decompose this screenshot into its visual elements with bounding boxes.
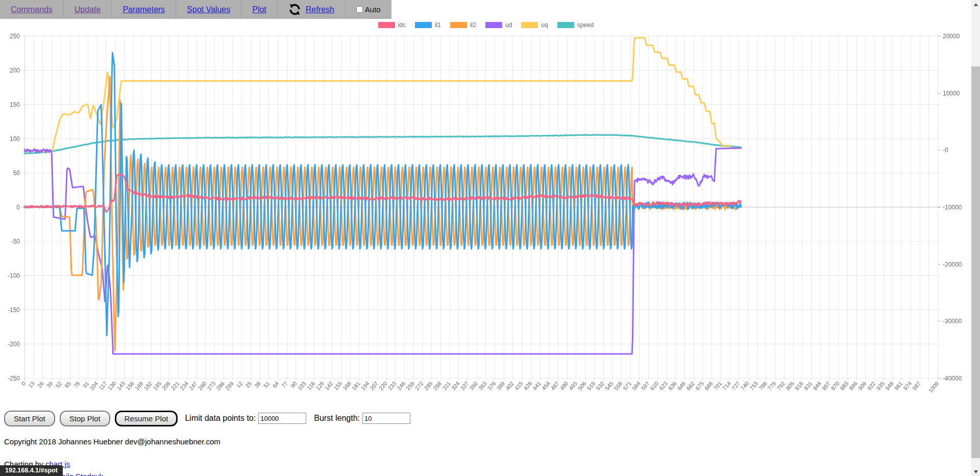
charting-by-line: Charting by chart.js <box>4 460 980 468</box>
legend-swatch-il2 <box>450 22 467 28</box>
nav-bar: Commands Update Parameters Spot Values P… <box>0 0 391 19</box>
legend-swatch-uq <box>521 22 538 28</box>
scrollbar-thumb[interactable] <box>971 66 980 458</box>
nav-item-auto: Auto <box>346 0 391 19</box>
burst-length-label: Burst length: <box>314 414 360 423</box>
legend-label-uq: uq <box>541 21 548 29</box>
status-url-tooltip: 192.168.4.1/#spot <box>0 465 63 476</box>
legend-item-il1[interactable]: il1 <box>415 21 441 29</box>
legend-label-idc: idc <box>398 21 406 29</box>
legend-label-il2: il2 <box>470 21 476 29</box>
legend-label-speed: speed <box>577 21 594 29</box>
nav-item-refresh[interactable]: Refresh <box>278 0 346 19</box>
legend-item-ud[interactable]: ud <box>485 21 512 29</box>
auto-checkbox[interactable] <box>356 6 363 13</box>
legend-swatch-il1 <box>415 22 432 28</box>
chart-container: idcil1il2uduqspeed <box>4 19 968 403</box>
nav-item-commands[interactable]: Commands <box>0 0 64 19</box>
auto-label: Auto <box>365 5 381 14</box>
nav-link-spot-values[interactable]: Spot Values <box>187 5 230 14</box>
nav-link-commands[interactable]: Commands <box>11 5 53 14</box>
legend-swatch-idc <box>378 22 395 28</box>
legend-item-speed[interactable]: speed <box>557 21 594 29</box>
scroll-down-arrow-icon[interactable] <box>971 467 980 476</box>
refresh-icon[interactable] <box>288 3 301 16</box>
resume-plot-button[interactable]: Resume Plot <box>115 411 178 426</box>
legend-label-ud: ud <box>505 21 512 29</box>
vertical-scrollbar[interactable] <box>971 0 980 476</box>
stop-plot-button[interactable]: Stop Plot <box>60 411 110 426</box>
nav-item-plot[interactable]: Plot <box>241 0 278 19</box>
legend-swatch-ud <box>485 22 502 28</box>
start-plot-button[interactable]: Start Plot <box>4 411 55 426</box>
limit-data-points-label: Limit data points to: <box>185 414 256 423</box>
legend-item-idc[interactable]: idc <box>378 21 406 29</box>
plot-canvas[interactable] <box>4 19 968 403</box>
refresh-link[interactable]: Refresh <box>306 5 334 14</box>
nav-item-update[interactable]: Update <box>64 0 112 19</box>
chart-legend: idcil1il2uduqspeed <box>4 21 968 29</box>
burst-length-input[interactable] <box>362 413 410 424</box>
copyright-text: Copyright 2018 Johannes Huebner dev@joha… <box>4 437 980 446</box>
nav-item-spot-values[interactable]: Spot Values <box>176 0 241 19</box>
limit-data-points-input[interactable] <box>258 413 306 424</box>
nav-link-update[interactable]: Update <box>75 5 101 14</box>
scroll-up-arrow-icon[interactable] <box>971 0 980 9</box>
nav-link-plot[interactable]: Plot <box>252 5 266 14</box>
legend-item-uq[interactable]: uq <box>521 21 548 29</box>
legend-label-il1: il1 <box>435 21 441 29</box>
legend-swatch-speed <box>557 22 574 28</box>
gauges-by-line: Gauges by Mykhailo Stadnyk <box>4 472 980 476</box>
nav-item-parameters[interactable]: Parameters <box>112 0 176 19</box>
plot-controls: Start Plot Stop Plot Resume Plot Limit d… <box>4 410 980 426</box>
nav-link-parameters[interactable]: Parameters <box>122 5 165 14</box>
legend-item-il2[interactable]: il2 <box>450 21 476 29</box>
